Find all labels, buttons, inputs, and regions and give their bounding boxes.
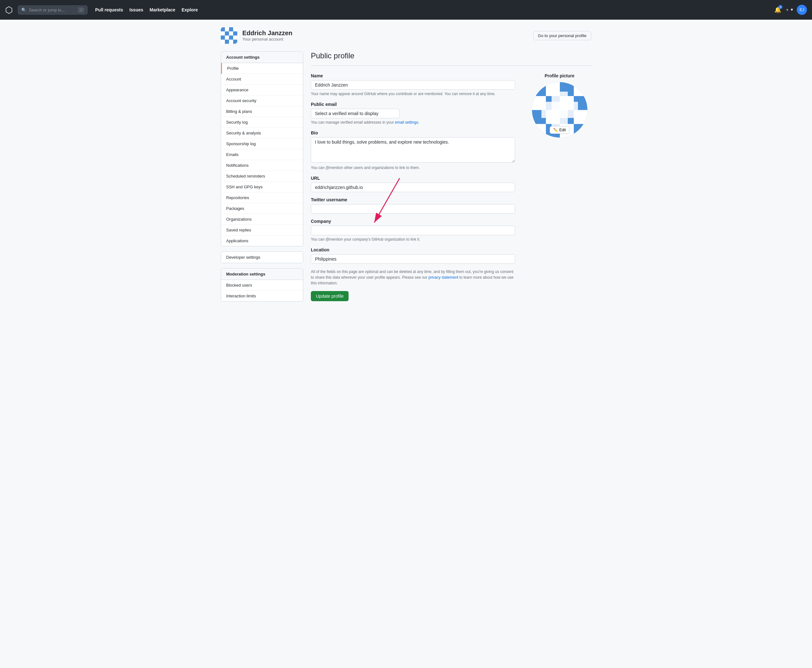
company-help: You can @mention your company's GitHub o… bbox=[311, 237, 515, 242]
sidebar-item-security-analysis[interactable]: Security & analysis bbox=[221, 128, 303, 139]
email-help: You can manage verified email addresses … bbox=[311, 120, 515, 125]
sidebar-item-scheduled-reminders[interactable]: Scheduled reminders bbox=[221, 171, 303, 182]
company-input[interactable] bbox=[311, 226, 515, 235]
form-disclaimer: All of the fields on this page are optio… bbox=[311, 269, 515, 286]
issues-link[interactable]: Issues bbox=[129, 7, 143, 12]
github-logo-icon[interactable]: ⬡ bbox=[5, 5, 13, 15]
sidebar-item-emails[interactable]: Emails bbox=[221, 149, 303, 160]
search-placeholder: Search or jump to... bbox=[29, 8, 75, 12]
account-settings-section: Account settings Profile Account Appeara… bbox=[221, 51, 303, 246]
bio-input[interactable]: I love to build things, solve problems, … bbox=[311, 137, 515, 163]
company-label: Company bbox=[311, 219, 515, 224]
search-bar[interactable]: 🔍 Search or jump to... / bbox=[18, 5, 87, 15]
search-icon: 🔍 bbox=[21, 8, 26, 12]
user-avatar-nav[interactable]: EJ bbox=[797, 5, 807, 15]
name-label: Name bbox=[311, 73, 515, 78]
privacy-statement-link[interactable]: privacy statement bbox=[429, 275, 458, 280]
twitter-label: Twitter username bbox=[311, 197, 515, 202]
email-label: Public email bbox=[311, 102, 515, 107]
company-group: Company You can @mention your company's … bbox=[311, 219, 515, 242]
sidebar-item-billing[interactable]: Billing & plans bbox=[221, 106, 303, 117]
user-header: Eddrich Janzzen Your personal account Go… bbox=[221, 27, 591, 44]
twitter-input[interactable] bbox=[311, 204, 515, 214]
sidebar-item-appearance[interactable]: Appearance bbox=[221, 85, 303, 95]
goto-profile-button[interactable]: Go to your personal profile bbox=[533, 31, 591, 40]
sidebar-item-account-security[interactable]: Account security bbox=[221, 95, 303, 106]
sidebar-item-notifications[interactable]: Notifications bbox=[221, 160, 303, 171]
sidebar-item-ssh-gpg[interactable]: SSH and GPG keys bbox=[221, 182, 303, 192]
form-area: Public profile Name Your name may appear… bbox=[311, 51, 591, 302]
topnav: ⬡ 🔍 Search or jump to... / Pull requests… bbox=[0, 0, 812, 20]
sidebar-item-account[interactable]: Account bbox=[221, 74, 303, 85]
url-input[interactable] bbox=[311, 183, 515, 192]
notifications-icon[interactable]: 🔔 1 bbox=[774, 6, 781, 13]
account-settings-title: Account settings bbox=[221, 52, 303, 63]
sidebar-item-interaction-limits[interactable]: Interaction limits bbox=[221, 291, 303, 301]
notification-badge: 1 bbox=[779, 5, 782, 9]
bio-help: You can @mention other users and organiz… bbox=[311, 165, 515, 170]
edit-pencil-icon: ✏️ bbox=[553, 128, 558, 132]
sidebar-item-saved-replies[interactable]: Saved replies bbox=[221, 225, 303, 235]
main-content: Account settings Profile Account Appeara… bbox=[221, 51, 591, 302]
sidebar-item-security-log[interactable]: Security log bbox=[221, 117, 303, 128]
url-label: URL bbox=[311, 175, 515, 181]
topnav-links: Pull requests Issues Marketplace Explore bbox=[95, 7, 198, 12]
topnav-right: 🔔 1 ＋ ▾ EJ bbox=[774, 5, 807, 15]
create-menu[interactable]: ＋ ▾ bbox=[785, 7, 793, 13]
sidebar-item-packages[interactable]: Packages bbox=[221, 203, 303, 214]
location-input[interactable] bbox=[311, 254, 515, 264]
page-wrapper: Eddrich Janzzen Your personal account Go… bbox=[216, 20, 596, 309]
sidebar-item-organizations[interactable]: Organizations bbox=[221, 214, 303, 225]
moderation-settings-title: Moderation settings bbox=[221, 269, 303, 280]
bio-label: Bio bbox=[311, 130, 515, 135]
svg-rect-14 bbox=[532, 124, 546, 138]
location-group: Location bbox=[311, 247, 515, 264]
email-select[interactable]: Select a verified email to display bbox=[311, 109, 400, 118]
sidebar-item-repositories[interactable]: Repositories bbox=[221, 192, 303, 203]
svg-rect-19 bbox=[541, 102, 578, 118]
form-main: Name Your name may appear around GitHub … bbox=[311, 73, 515, 301]
email-help-text: You can manage verified email addresses … bbox=[311, 120, 394, 125]
developer-settings-section: Developer settings bbox=[221, 251, 303, 263]
svg-rect-5 bbox=[574, 82, 588, 96]
profile-picture-container: ✏️ Edit bbox=[532, 82, 588, 138]
sidebar-item-developer-settings[interactable]: Developer settings bbox=[221, 252, 303, 263]
sidebar-item-applications[interactable]: Applications bbox=[221, 235, 303, 246]
form-section: Name Your name may appear around GitHub … bbox=[311, 73, 591, 301]
location-label: Location bbox=[311, 247, 515, 252]
user-name: Eddrich Janzzen bbox=[242, 30, 293, 37]
explore-link[interactable]: Explore bbox=[181, 7, 198, 12]
pull-requests-link[interactable]: Pull requests bbox=[95, 7, 123, 12]
url-group: URL bbox=[311, 175, 515, 192]
sidebar-item-profile[interactable]: Profile bbox=[221, 63, 303, 74]
profile-picture-label: Profile picture bbox=[528, 73, 591, 78]
bio-group: Bio I love to build things, solve proble… bbox=[311, 130, 515, 170]
name-group: Name Your name may appear around GitHub … bbox=[311, 73, 515, 97]
profile-picture-sidebar: Profile picture bbox=[528, 73, 591, 301]
update-profile-button[interactable]: Update profile bbox=[311, 291, 348, 301]
user-info: Eddrich Janzzen Your personal account bbox=[242, 30, 293, 42]
edit-profile-picture-button[interactable]: ✏️ Edit bbox=[550, 126, 569, 134]
edit-label: Edit bbox=[559, 128, 566, 132]
marketplace-link[interactable]: Marketplace bbox=[150, 7, 176, 12]
email-group: Public email Select a verified email to … bbox=[311, 102, 515, 125]
search-shortcut: / bbox=[78, 7, 84, 13]
email-settings-link[interactable]: email settings. bbox=[395, 120, 419, 125]
name-help: Your name may appear around GitHub where… bbox=[311, 91, 515, 97]
user-subtitle: Your personal account bbox=[242, 37, 293, 42]
sidebar-item-sponsorship-log[interactable]: Sponsorship log bbox=[221, 139, 303, 149]
name-input[interactable] bbox=[311, 80, 515, 90]
svg-rect-2 bbox=[532, 82, 546, 96]
form-title: Public profile bbox=[311, 51, 591, 66]
twitter-group: Twitter username bbox=[311, 197, 515, 214]
moderation-settings-section: Moderation settings Blocked users Intera… bbox=[221, 268, 303, 302]
svg-rect-17 bbox=[574, 124, 588, 138]
user-avatar bbox=[221, 27, 237, 44]
sidebar: Account settings Profile Account Appeara… bbox=[221, 51, 303, 302]
sidebar-item-blocked-users[interactable]: Blocked users bbox=[221, 280, 303, 291]
